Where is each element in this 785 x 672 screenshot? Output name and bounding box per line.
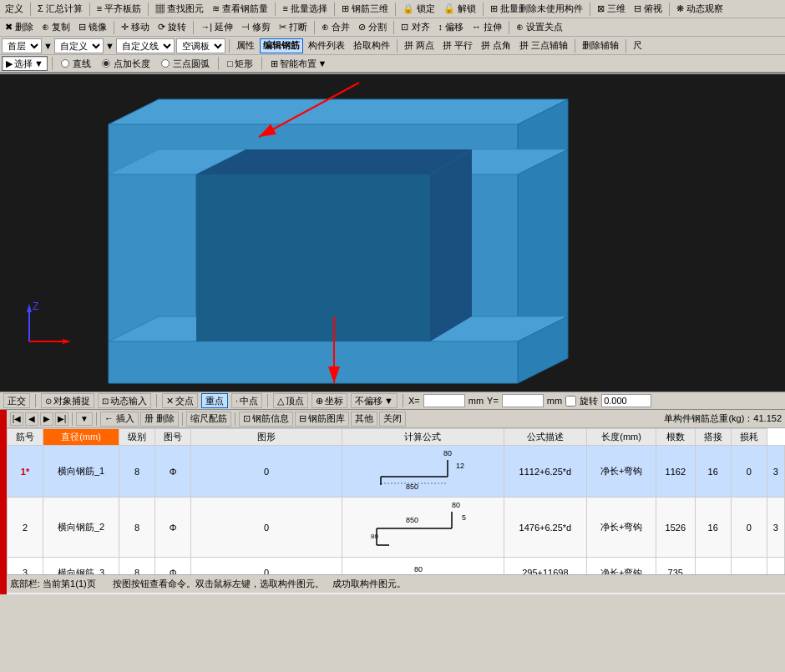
tb-two-pt[interactable]: 拼 两点 [401,38,438,53]
tb-3d[interactable]: ⊠ 三维 [594,2,629,17]
nav-next[interactable]: ▶ [40,412,53,426]
svg-text:80: 80 [414,565,423,573]
status-midpoint[interactable]: 重点 [201,393,228,408]
status-no-offset[interactable]: 不偏移 ▼ [351,393,398,408]
rotate-checkbox[interactable] [565,396,576,407]
tb-props[interactable]: 属性 [233,38,258,53]
td-overlap [731,558,767,575]
tb-batch-select[interactable]: ≡ 批量选择 [279,2,330,17]
btn-scale[interactable]: 缩尺配筋 [186,412,231,427]
draw-select-btn[interactable]: ▶ 选择 ▼ [2,56,48,71]
viewport-3d[interactable]: Z [0,74,785,392]
layer-select-custom[interactable]: 自定义 [54,38,104,53]
tb-copy[interactable]: ⊕ 复制 [38,20,73,35]
tb-mirror[interactable]: ⊟ 镜像 [75,20,110,35]
draw-line-btn[interactable]: 直线 [57,56,95,71]
nav-prev[interactable]: ◀ [25,412,38,426]
td-length: 735 [656,558,695,575]
tb-set-point[interactable]: ⊕ 设置关点 [513,20,566,35]
tb-trim[interactable]: ⊣ 修剪 [238,20,274,35]
tb-extend[interactable]: →| 延伸 [197,20,236,35]
tb-lock[interactable]: 🔒 锁定 [399,2,438,17]
tb-batch-delete[interactable]: ⊞ 批量删除未使用构件 [487,2,586,17]
tb-flat[interactable]: ≡ 平齐板筋 [94,2,144,17]
mm1-label: mm [468,396,484,406]
y-input[interactable] [502,394,544,407]
tb-move[interactable]: ✛ 移动 [118,20,153,35]
btn-rebar-lib[interactable]: ⊟ 钢筋图库 [295,412,349,427]
shape-svg-1: 80 12 850 [372,447,473,493]
tb-pick-comp[interactable]: 拾取构件 [350,38,393,53]
tb-stretch[interactable]: ↔ 拉伸 [468,20,505,35]
layer-select-floor[interactable]: 首层 [2,38,42,53]
draw-arc-btn[interactable]: 点加长度 [98,56,154,71]
tb-find[interactable]: ▦ 查找图元 [152,2,207,17]
tb-define[interactable]: 定义 [2,2,27,17]
nav-first[interactable]: |◀ [10,412,23,426]
status-dynamic-input[interactable]: ⊡ 动态输入 [98,393,151,408]
nav-down[interactable]: ▼ [76,412,93,426]
table-row[interactable]: 1* 横向钢筋_1 8 Φ 0 80 12 [8,446,785,498]
btn-other[interactable]: 其他 [351,412,377,427]
tb-top-view[interactable]: ⊟ 俯视 [631,2,666,17]
tb-offset[interactable]: ↕ 偏移 [435,20,468,35]
x-input[interactable] [423,394,465,407]
btn-delete[interactable]: 册 删除 [140,412,179,427]
status-coord[interactable]: ⊕ 坐标 [311,393,347,408]
td-shape: 80 12 850 [342,446,504,498]
tb-three-pt-axis[interactable]: 拼 三点辅轴 [516,38,571,53]
td-overlap: 0 [731,498,767,558]
svg-marker-1 [109,99,568,124]
status-intersection[interactable]: ✕ 交点 [162,393,198,408]
th-desc: 公式描述 [504,429,587,446]
radio-arc [102,59,110,68]
tb-comp-list[interactable]: 构件列表 [305,38,348,53]
tb-delete[interactable]: ✖ 删除 [2,20,37,35]
td-desc: 净长+弯钩 [587,498,656,558]
btn-rebar-info[interactable]: ⊡ 钢筋信息 [239,412,293,427]
nav-last[interactable]: ▶| [55,412,68,426]
tb-rebar-3d[interactable]: ⊞ 钢筋三维 [338,2,392,17]
rotate-input[interactable] [601,394,651,407]
svg-text:Z: Z [33,301,38,312]
td-diameter: 8 [119,558,154,575]
tb-del-axis[interactable]: 删除辅轴 [579,38,622,53]
tb-ruler[interactable]: 尺 [630,38,646,53]
sep11 [193,21,194,34]
sep28 [182,412,183,426]
tb-rotate[interactable]: ⟳ 旋转 [154,20,190,35]
svg-marker-13 [196,174,430,341]
tb-split[interactable]: ⊘ 分割 [355,20,390,35]
tb-dynamic[interactable]: ❋ 动态观察 [673,2,727,17]
table-row[interactable]: 2 横向钢筋_2 8 Φ 0 80 5 [8,498,785,558]
table-scroll[interactable]: 筋号 直径(mm) 级别 图号 图形 计算公式 公式描述 长度(mm) 根数 搭… [7,428,785,574]
tb-align[interactable]: ⊡ 对齐 [398,20,433,35]
table-row[interactable]: 3 横向钢筋_3 8 Φ 0 80 [8,558,785,575]
td-desc: 净长+弯钩 [587,558,656,575]
tb-unlock[interactable]: 🔓 解锁 [440,2,479,17]
td-length: 1526 [656,498,695,558]
btn-close[interactable]: 关闭 [379,412,406,427]
draw-rect-btn[interactable]: □ 矩形 [223,56,257,71]
layer-select-line[interactable]: 自定义线 [116,38,175,53]
tb-pt-angle[interactable]: 拼 点角 [478,38,514,53]
status-orthogonal[interactable]: 正交 [3,393,30,408]
status-vertex[interactable]: △ 顶点 [273,393,308,408]
tb-merge[interactable]: ⊕ 合并 [318,20,353,35]
tb-sum[interactable]: Σ 汇总计算 [34,2,86,17]
layer-select-ac[interactable]: 空调板 [176,38,225,53]
tb-parallel[interactable]: 拼 平行 [439,38,476,53]
btn-insert[interactable]: ← 插入 [100,412,139,427]
tb-view-rebar[interactable]: ≋ 查看钢筋量 [209,2,271,17]
status-center[interactable]: · 中点 [231,393,262,408]
draw-3arc-btn[interactable]: 三点圆弧 [157,56,214,71]
tb-break[interactable]: ✂ 打断 [276,20,311,35]
draw-smart-btn[interactable]: ⊞ 智能布置 ▼ [266,56,332,71]
sep3 [148,3,149,16]
status-snap[interactable]: ⊙ 对象捕捉 [41,393,94,408]
th-overlap: 搭接 [695,429,731,446]
sep29 [235,412,236,426]
svg-text:12: 12 [456,462,464,470]
tb-edit-rebar[interactable]: 编辑钢筋 [260,38,303,53]
toolbar-row-2: ✖ 删除 ⊕ 复制 ⊟ 镜像 ✛ 移动 ⟳ 旋转 →| 延伸 ⊣ 修剪 ✂ 打断… [0,18,785,37]
